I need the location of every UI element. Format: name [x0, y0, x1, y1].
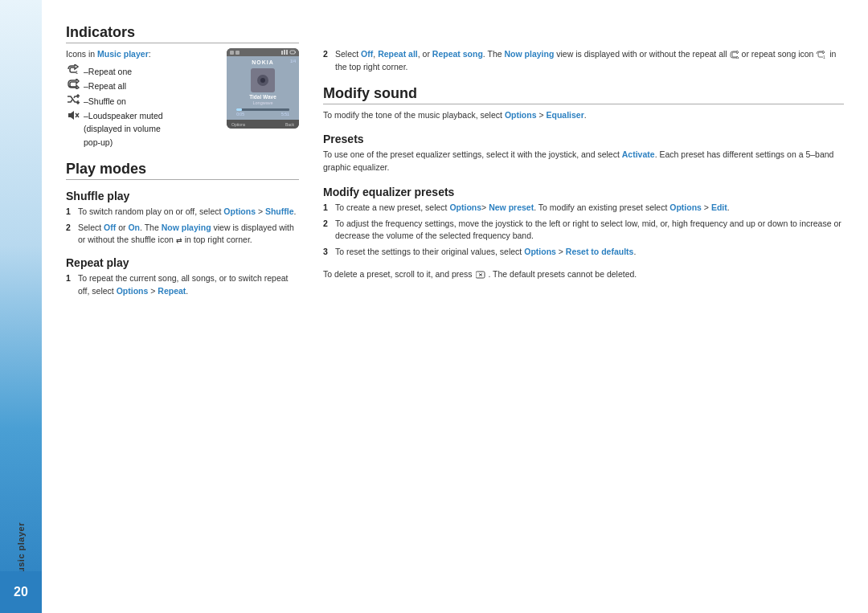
list-item: 3 To reset the settings to their origina… [323, 246, 844, 259]
svg-rect-4 [290, 51, 295, 54]
step-text: To switch random play on or off, select … [78, 206, 296, 219]
indicators-header: Icons in Music player: 1 –Repeat one [66, 48, 299, 149]
step-text: To adjust the frequency settings, move t… [335, 218, 844, 243]
repeat-link[interactable]: Repeat [158, 286, 186, 296]
svg-point-7 [260, 78, 265, 83]
options-link2[interactable]: Options [669, 202, 702, 212]
on-link[interactable]: On [128, 223, 140, 232]
list-item: –Loudspeaker muted(displayed in volumepo… [66, 109, 219, 149]
repeat-all-icon [66, 79, 80, 94]
repeat-one-icon: 1 [66, 64, 80, 80]
step-num: 2 [66, 222, 74, 247]
off-link[interactable]: Off [361, 49, 373, 59]
indicators-text: Icons in Music player: 1 –Repeat one [66, 48, 219, 149]
step-text: Select Off or On. The Now playing view i… [78, 222, 299, 247]
play-modes-title: Play modes [66, 161, 299, 180]
right-column: 2 Select Off, Repeat all, or Repeat song… [323, 24, 844, 597]
options-link3[interactable]: Options [524, 247, 556, 256]
time-end: 5:51 [281, 112, 289, 116]
eq-steps-list: 1 To create a new preset, select Options… [323, 202, 844, 259]
reset-defaults-link[interactable]: Reset to defaults [566, 247, 634, 256]
device-screen: 1/4 NOKIA Tidal Wave Longwave 0:05 5:51 [227, 56, 299, 120]
step-text: To create a new preset, select Options> … [335, 202, 730, 215]
list-item: 2 Select Off or On. The Now playing view… [66, 222, 299, 247]
presets-section: Presets To use one of the preset equaliz… [323, 133, 844, 174]
off-link[interactable]: Off [104, 223, 116, 232]
repeat-play-title: Repeat play [66, 256, 299, 269]
svg-rect-1 [281, 51, 283, 55]
svg-rect-3 [286, 50, 288, 55]
music-player-link[interactable]: Music player [97, 49, 149, 59]
options-link[interactable]: Options [505, 110, 537, 120]
main-content: Indicators Icons in Music player: 1 [42, 0, 868, 613]
shuffle-link[interactable]: Shuffle [265, 206, 294, 216]
indicators-intro: Icons in Music player: [66, 49, 151, 59]
device-btn-right: Back [285, 122, 294, 127]
indicators-title: Indicators [66, 24, 299, 43]
step-num: 2 [323, 48, 331, 74]
bottom-note: To delete a preset, scroll to it, and pr… [323, 268, 844, 281]
step-text: To reset the settings to their original … [335, 246, 636, 259]
time-start: 0:05 [236, 112, 244, 116]
repeat-one-text: –Repeat one [84, 65, 132, 79]
step-num: 1 [66, 206, 74, 219]
modify-eq-section: Modify equalizer presets 1 To create a n… [323, 186, 844, 259]
now-playing-link[interactable]: Now playing [162, 223, 211, 232]
svg-text:1: 1 [76, 70, 79, 75]
shuffle-text: –Shuffle on [84, 95, 126, 108]
mute-text: –Loudspeaker muted(displayed in volumepo… [84, 109, 163, 149]
equaliser-link[interactable]: Equaliser [547, 110, 584, 120]
activate-link[interactable]: Activate [622, 149, 655, 159]
shuffle-steps-list: 1 To switch random play on or off, selec… [66, 206, 299, 247]
icon-list: 1 –Repeat one –Repeat all [66, 64, 219, 149]
list-item: 2 To adjust the frequency settings, move… [323, 218, 844, 243]
options-link[interactable]: Options [117, 286, 149, 296]
device-buttons: Options Back [227, 120, 299, 129]
step-text: To repeat the current song, all songs, o… [78, 272, 299, 298]
left-column: Indicators Icons in Music player: 1 [66, 24, 299, 597]
device-status-bar [227, 48, 299, 56]
device-logo: NOKIA [252, 59, 274, 65]
device-mockup: 1/4 NOKIA Tidal Wave Longwave 0:05 5:51 [227, 48, 299, 129]
step-num: 2 [323, 218, 331, 243]
presets-text: To use one of the preset equalizer setti… [323, 149, 844, 174]
modify-sound-title: Modify sound [323, 85, 844, 104]
play-modes-section: Play modes Shuffle play 1 To switch rand… [66, 161, 299, 298]
device-btn-left: Options [231, 122, 245, 127]
svg-rect-2 [284, 50, 285, 55]
list-item: 1 To switch random play on or off, selec… [66, 206, 299, 219]
svg-text:1: 1 [823, 55, 825, 59]
list-item: 1 To create a new preset, select Options… [323, 202, 844, 215]
shuffle-icon [66, 94, 80, 109]
repeat-step2-list: 2 Select Off, Repeat all, or Repeat song… [323, 48, 844, 74]
step-num: 1 [323, 202, 331, 215]
new-preset-link[interactable]: New preset [489, 202, 534, 212]
now-playing-link[interactable]: Now playing [505, 49, 555, 59]
options-link[interactable]: Options [223, 206, 256, 216]
step-num: 1 [66, 272, 74, 298]
list-item: 1 –Repeat one [66, 64, 219, 80]
list-item: –Repeat all [66, 79, 219, 94]
edit-link[interactable]: Edit [711, 202, 727, 212]
modify-sound-text: To modify the tone of the music playback… [323, 109, 844, 122]
options-link[interactable]: Options [449, 202, 481, 212]
repeat-song-link[interactable]: Repeat song [432, 49, 483, 59]
list-item: 2 Select Off, Repeat all, or Repeat song… [323, 48, 844, 74]
list-item: 1 To repeat the current song, all songs,… [66, 272, 299, 298]
counter-display: 1/4 [290, 59, 296, 63]
repeat-all-link[interactable]: Repeat all [378, 49, 418, 59]
repeat-step2: 2 Select Off, Repeat all, or Repeat song… [323, 48, 844, 74]
step-num: 3 [323, 246, 331, 259]
device-time: 0:05 5:51 [236, 112, 289, 116]
repeat-all-text: –Repeat all [84, 80, 126, 93]
modify-sound-section: Modify sound To modify the tone of the m… [323, 85, 844, 122]
mute-icon [66, 110, 80, 125]
modify-eq-title: Modify equalizer presets [323, 186, 844, 198]
device-track: Tidal Wave [249, 94, 276, 100]
bottom-note-text: To delete a preset, scroll to it, and pr… [323, 268, 844, 281]
repeat-steps-list: 1 To repeat the current song, all songs,… [66, 272, 299, 298]
indicators-section: Indicators Icons in Music player: 1 [66, 24, 299, 149]
presets-title: Presets [323, 133, 844, 145]
page-number-box: 20 [0, 571, 42, 613]
step-text: Select Off, Repeat all, or Repeat song. … [335, 48, 844, 74]
